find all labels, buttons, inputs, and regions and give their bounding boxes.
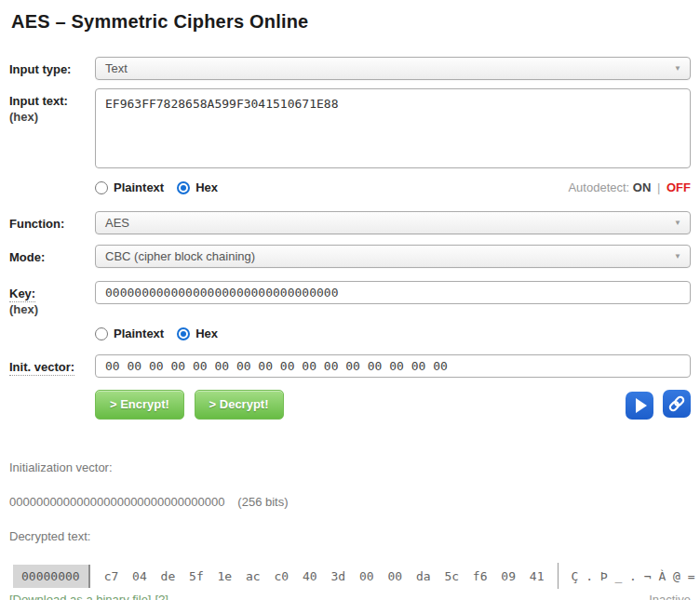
- key-label-hex: (hex): [9, 301, 95, 317]
- input-text-row: Input text: (hex) EF963FF7828658A599F304…: [9, 88, 691, 171]
- decrypted-text-label: Decrypted text:: [9, 529, 691, 543]
- input-text-area[interactable]: EF963FF7828658A599F3041510671E88: [95, 88, 691, 168]
- input-format-hex-label: Hex: [195, 180, 218, 194]
- input-text-label-hex: (hex): [9, 109, 95, 125]
- init-vector-row: Init. vector:: [9, 354, 691, 378]
- tool-buttons: [620, 390, 691, 420]
- iv-output-value: 00000000000000000000000000000000: [9, 495, 224, 509]
- hexdump-bytes: c7 04 de 5f 1e ac c0 40 3d 00 00 da 5c f…: [104, 569, 545, 583]
- hexdump-offset: 00000000: [13, 565, 90, 588]
- iv-output-line: 00000000000000000000000000000000(256 bit…: [9, 495, 691, 509]
- input-format-group: Plaintext Hex: [95, 180, 218, 194]
- input-format-row: Plaintext Hex Autodetect: ON | OFF: [95, 180, 691, 194]
- mode-selected-value: CBC (cipher block chaining): [105, 249, 255, 263]
- chevron-down-icon: ▼: [674, 246, 681, 267]
- key-label-main: Key:: [9, 287, 35, 302]
- function-label: Function:: [9, 211, 95, 232]
- crypt-buttons: > Encrypt! > Decrypt!: [95, 390, 290, 420]
- action-buttons-row: > Encrypt! > Decrypt!: [95, 390, 691, 420]
- chevron-down-icon: ▼: [674, 212, 681, 233]
- hexdump-divider: [558, 563, 559, 589]
- mode-select[interactable]: CBC (cipher block chaining) ▼: [95, 245, 691, 268]
- input-type-label: Input type:: [9, 57, 95, 77]
- hexdump-row: 00000000 c7 04 de 5f 1e ac c0 40 3d 00 0…: [13, 563, 691, 589]
- input-text-label: Input text: (hex): [9, 88, 95, 125]
- input-type-selected-value: Text: [105, 61, 128, 75]
- input-format-plaintext-radio[interactable]: Plaintext: [95, 180, 164, 194]
- aes-tool-page: AES – Symmetric Ciphers Online Input typ…: [9, 11, 691, 600]
- iv-output-bits: (256 bits): [237, 495, 288, 509]
- output-footer-row: [Download as a binary file][?] Inactive: [9, 593, 691, 600]
- autodetect-control: Autodetect: ON | OFF: [568, 180, 691, 194]
- key-label: Key: (hex): [9, 281, 95, 317]
- chevron-down-icon: ▼: [674, 58, 681, 79]
- key-format-plaintext-radio[interactable]: Plaintext: [95, 327, 164, 340]
- key-format-plaintext-label: Plaintext: [114, 327, 164, 340]
- function-select[interactable]: AES ▼: [95, 211, 691, 234]
- iv-output-label: Initialization vector:: [9, 460, 691, 474]
- run-button[interactable]: [626, 392, 653, 420]
- autodetect-label: Autodetect:: [568, 180, 629, 194]
- mode-row: Mode: CBC (cipher block chaining) ▼: [9, 245, 691, 268]
- permalink-button[interactable]: [663, 390, 691, 418]
- key-row: Key: (hex): [9, 281, 691, 317]
- radio-checked-icon: [177, 327, 190, 340]
- input-format-plaintext-label: Plaintext: [114, 180, 164, 194]
- key-format-hex-label: Hex: [195, 327, 218, 340]
- function-row: Function: AES ▼: [9, 211, 691, 234]
- play-icon: [636, 398, 647, 413]
- chain-link-icon: [667, 394, 686, 413]
- encrypt-button[interactable]: > Encrypt!: [95, 390, 184, 420]
- input-type-row: Input type: Text ▼: [9, 57, 691, 80]
- hexdump-ascii: Ç . Þ _ . ¬ À @ = . . Ú \ ö . A: [571, 569, 700, 583]
- help-link[interactable]: [?]: [155, 593, 168, 600]
- page-title: AES – Symmetric Ciphers Online: [11, 11, 691, 33]
- download-links: [Download as a binary file][?]: [9, 593, 168, 600]
- mode-label: Mode:: [9, 245, 95, 265]
- function-selected-value: AES: [105, 216, 129, 230]
- radio-unchecked-icon: [95, 327, 108, 340]
- radio-unchecked-icon: [95, 181, 108, 194]
- status-inactive-label: Inactive: [649, 593, 691, 600]
- autodetect-off-link[interactable]: OFF: [666, 180, 691, 194]
- init-vector-label-main: Init. vector:: [9, 360, 74, 376]
- autodetect-on-link[interactable]: ON: [633, 180, 652, 194]
- input-text-label-main: Input text:: [9, 93, 95, 109]
- key-input[interactable]: [95, 281, 691, 304]
- decrypt-button[interactable]: > Decrypt!: [195, 390, 284, 420]
- download-binary-link[interactable]: [Download as a binary file]: [9, 593, 151, 600]
- autodetect-separator: |: [657, 180, 660, 194]
- key-format-row: Plaintext Hex: [95, 327, 691, 340]
- input-format-hex-radio[interactable]: Hex: [177, 180, 218, 194]
- output-section: Initialization vector: 00000000000000000…: [9, 460, 691, 600]
- init-vector-input[interactable]: [95, 354, 691, 378]
- key-format-hex-radio[interactable]: Hex: [177, 327, 218, 340]
- init-vector-label: Init. vector:: [9, 354, 95, 375]
- input-type-select[interactable]: Text ▼: [95, 57, 691, 80]
- radio-checked-icon: [177, 181, 190, 194]
- key-format-group: Plaintext Hex: [95, 327, 218, 340]
